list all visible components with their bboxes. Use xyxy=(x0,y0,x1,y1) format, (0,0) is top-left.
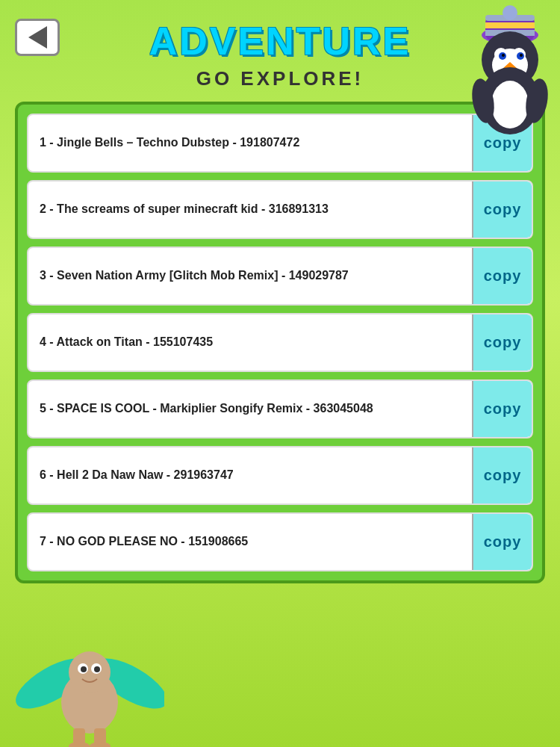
song-row-7: 7 - NO GOD PLEASE NO - 151908665 copy xyxy=(27,512,533,571)
song-label-1: 1 - Jingle Bells – Techno Dubstep - 1918… xyxy=(28,126,472,160)
svg-point-30 xyxy=(90,742,111,747)
back-arrow-icon xyxy=(28,26,47,49)
song-row-4: 4 - Attack on Titan - 155107435 copy xyxy=(27,313,533,372)
song-row-5: 5 - SPACE IS COOL - Markiplier Songify R… xyxy=(27,379,533,438)
song-label-2: 2 - The screams of super minecraft kid -… xyxy=(28,193,472,226)
song-list: 1 - Jingle Bells – Techno Dubstep - 1918… xyxy=(15,102,545,583)
song-label-6: 6 - Hell 2 Da Naw Naw - 291963747 xyxy=(28,459,472,492)
back-button[interactable] xyxy=(15,19,60,56)
copy-button-3[interactable]: copy xyxy=(472,248,532,304)
svg-point-29 xyxy=(69,742,90,747)
copy-button-5[interactable]: copy xyxy=(472,381,532,437)
svg-point-26 xyxy=(94,666,100,672)
page-subtitle: GO EXPLORE! xyxy=(196,67,364,90)
bottom-character xyxy=(15,624,164,747)
svg-point-25 xyxy=(81,666,87,672)
svg-point-22 xyxy=(69,651,111,693)
song-row-2: 2 - The screams of super minecraft kid -… xyxy=(27,180,533,239)
header: ADVENTURE GO EXPLORE! xyxy=(0,0,560,90)
copy-button-7[interactable]: copy xyxy=(472,514,532,570)
page-title: ADVENTURE xyxy=(149,19,411,63)
song-label-7: 7 - NO GOD PLEASE NO - 151908665 xyxy=(28,525,472,559)
song-label-5: 5 - SPACE IS COOL - Markiplier Songify R… xyxy=(28,392,472,426)
song-label-4: 4 - Attack on Titan - 155107435 xyxy=(28,326,472,359)
song-row-6: 6 - Hell 2 Da Naw Naw - 291963747 copy xyxy=(27,446,533,505)
copy-button-4[interactable]: copy xyxy=(472,314,532,371)
copy-button-6[interactable]: copy xyxy=(472,447,532,503)
copy-button-2[interactable]: copy xyxy=(472,182,532,238)
song-row-3: 3 - Seven Nation Army [Glitch Mob Remix]… xyxy=(27,247,533,306)
song-label-3: 3 - Seven Nation Army [Glitch Mob Remix]… xyxy=(28,259,472,293)
